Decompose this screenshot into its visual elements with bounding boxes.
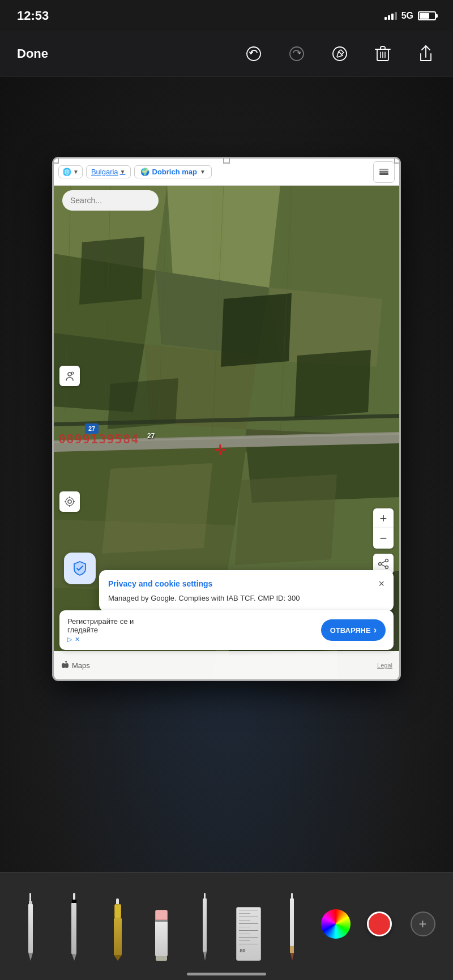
toolbar-icons [243,44,436,64]
search-bar[interactable] [62,190,159,211]
country-chevron: ▼ [120,169,126,175]
ad-button-label: ОТВАРЯНЕ [330,626,371,635]
globe-button[interactable]: 🌐 ▼ [58,165,83,178]
svg-point-2 [333,47,347,61]
country-button[interactable]: Bulgaria ▼ [86,165,131,178]
zoom-in-button[interactable]: + [373,508,394,529]
privacy-body-text: Managed by Google. Complies with IAB TCF… [108,593,384,604]
battery-indicator [418,11,436,20]
map-footer: Maps Legal [54,651,399,679]
signal-bars [384,12,397,20]
map-area: 27 27 0899139584 ✛ [54,186,399,679]
signal-bar-4 [395,12,397,20]
svg-point-40 [68,500,71,503]
svg-point-46 [386,559,388,562]
ruler-tool[interactable]: 80 [229,887,267,961]
globe-chevron: ▼ [73,169,79,175]
privacy-close-button[interactable]: × [378,578,384,590]
svg-marker-9 [167,186,280,288]
svg-rect-4 [379,173,388,175]
zoom-in-icon: + [380,511,387,526]
apple-maps-logo: Maps [61,661,90,670]
legal-link[interactable]: Legal [377,662,392,669]
delete-button[interactable] [373,44,393,64]
home-indicator [187,973,266,975]
drawing-toolbar: 80 + [0,872,453,980]
ruler-shape: 80 [236,907,261,961]
globe-icon: 🌐 [62,168,71,176]
svg-marker-18 [221,293,292,367]
svg-point-48 [379,563,382,566]
screenshot-card: 🌐 ▼ Bulgaria ▼ 🌍 Dobrich map ▼ [54,159,399,679]
ad-brand-icons: ▷ ✕ [67,636,134,643]
ad-banner: Регистрирайте се и гледайте ▷ ✕ ОТВАРЯНЕ… [59,610,394,650]
active-color-indicator [367,911,392,936]
pen-tool-2[interactable] [55,887,93,961]
map-link-chevron: ▼ [200,169,206,175]
edit-toolbar: Done [0,31,453,76]
ad-button-arrow: › [374,625,377,635]
done-button[interactable]: Done [17,46,48,61]
svg-marker-10 [280,186,399,305]
signal-bar-2 [388,15,390,20]
add-tool-button[interactable]: + [404,901,442,947]
svg-point-1 [290,47,304,61]
marker-shape [110,898,125,961]
share-icon-right [378,558,389,570]
road-label: 27 [147,432,155,440]
pencil-shape [287,893,297,961]
color-wheel-icon [321,909,351,939]
active-color-button[interactable] [360,901,398,947]
marker-tool[interactable] [99,887,136,961]
color-wheel-button[interactable] [317,901,354,947]
pen-2-shape [68,893,80,961]
ad-text-line2: гледайте [67,626,134,634]
fine-pen-shape [200,893,210,961]
battery-fill [420,13,429,19]
map-share-button[interactable] [59,366,80,386]
apple-icon [61,661,70,670]
privacy-header: Privacy and cookie settings × [108,578,384,590]
status-time: 12:53 [17,8,49,23]
map-link-button[interactable]: 🌍 Dobrich map ▼ [134,165,212,178]
fine-pen-tool[interactable] [186,887,224,961]
svg-marker-35 [102,463,212,554]
eraser-tool[interactable] [142,887,180,961]
svg-rect-5 [379,171,388,173]
svg-line-49 [381,564,386,567]
close-icon-ad: ✕ [75,636,80,643]
country-label: Bulgaria [91,168,118,176]
status-bar: 12:53 5G [0,0,453,31]
location-icon [64,496,75,507]
crop-handle-tr[interactable] [394,159,399,164]
undo-button[interactable] [243,44,264,64]
zoom-out-button[interactable]: − [373,528,394,549]
shield-icon [71,560,88,577]
svg-point-38 [71,372,74,374]
network-type: 5G [401,11,413,21]
road-number: 27 [88,425,95,432]
svg-marker-36 [235,474,337,565]
map-link-icon: 🌍 [140,168,149,176]
pencil-tool[interactable] [273,887,311,961]
redo-button[interactable] [287,44,307,64]
svg-marker-17 [79,237,144,305]
crop-handle-tl[interactable] [54,159,59,164]
svg-marker-20 [294,350,371,418]
ad-open-button[interactable]: ОТВАРЯНЕ › [321,619,386,641]
ad-content: Регистрирайте се и гледайте ▷ ✕ [67,617,134,643]
search-input[interactable] [70,196,151,205]
svg-line-50 [381,561,386,563]
signal-bar-3 [391,14,394,20]
crosshair-marker: ✛ [214,443,226,457]
share-button[interactable] [416,44,436,64]
signal-bar-1 [384,17,387,20]
pen-tool-1[interactable] [11,887,49,961]
svg-rect-6 [379,169,388,170]
layers-button[interactable] [373,161,395,183]
pen-1-shape [25,893,36,961]
crop-handle-tm[interactable] [223,159,230,164]
map-link-label: Dobrich map [152,168,197,176]
annotate-button[interactable] [330,44,350,64]
location-button[interactable] [59,491,80,512]
